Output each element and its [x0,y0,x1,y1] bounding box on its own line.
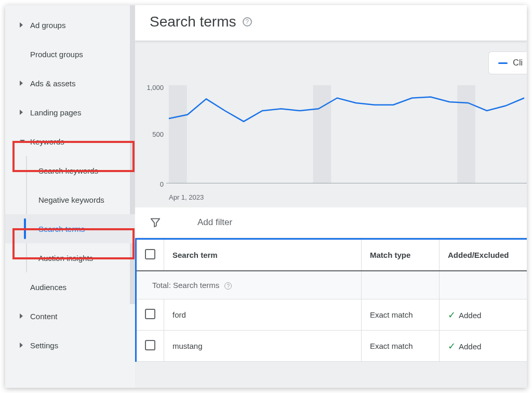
sidebar-item-ads-assets[interactable]: Ads & assets [5,69,135,98]
legend-clicks-button[interactable]: Cli [488,51,527,74]
legend-label: Cli [513,58,523,68]
sidebar-item-settings[interactable]: Settings [5,331,135,360]
table-total-row: Total: Search terms ? [137,271,527,299]
caret-right-icon [20,343,23,348]
sidebar-item-keywords[interactable]: Keywords [5,127,135,156]
caret-right-icon [20,81,23,86]
sidebar-item-search-terms[interactable]: Search terms [5,214,135,243]
sidebar-item-label: Content [30,312,58,321]
sidebar-item-landing-pages[interactable]: Landing pages [5,98,135,127]
chart-area: Cli 1,000 500 0 Apr 1, 2023 [135,41,527,207]
active-indicator [24,218,26,239]
page-title: Search terms [150,14,236,30]
sidebar-item-label: Ad groups [30,21,65,30]
table-row[interactable]: ford Exact match ✓Added [137,299,527,331]
legend-line-icon [498,62,508,64]
col-match-type[interactable]: Match type [362,240,440,271]
sidebar-item-ad-groups[interactable]: Ad groups [5,10,135,40]
svg-rect-1 [313,85,331,183]
sidebar-item-product-groups[interactable]: Product groups [5,40,135,69]
keywords-subgroup: Search keywords Negative keywords Search… [5,156,135,272]
cell-match: Exact match [362,299,440,331]
help-icon[interactable]: ? [224,282,232,290]
sidebar-item-negative-keywords[interactable]: Negative keywords [5,185,135,214]
col-search-term[interactable]: Search term [164,240,362,271]
row-checkbox[interactable] [145,309,155,319]
page-header: Search terms ? [135,5,527,41]
sidebar-item-search-keywords[interactable]: Search keywords [5,156,135,185]
sidebar-item-label: Product groups [30,50,83,59]
sidebar-item-label: Search keywords [38,166,98,175]
y-tick: 1,000 [143,84,164,91]
select-all-checkbox[interactable] [145,249,155,259]
help-icon[interactable]: ? [243,17,252,27]
caret-right-icon [20,110,23,115]
row-checkbox[interactable] [145,340,155,350]
total-label: Total: Search terms [152,281,219,290]
sidebar: Ad groups Product groups Ads & assets La… [5,5,135,388]
y-tick: 0 [143,180,164,188]
main-content: Search terms ? Cli 1,000 500 0 Apr 1, 20… [135,5,527,388]
table-row[interactable]: mustang Exact match ✓Added [137,331,527,362]
y-tick: 500 [143,130,164,138]
caret-right-icon [20,313,23,319]
table-header-row: Search term Match type Added/Excluded [137,240,527,271]
cell-status: ✓Added [440,299,527,331]
caret-right-icon [20,22,23,28]
add-filter-button[interactable]: Add filter [197,217,232,228]
check-icon: ✓ [448,341,456,351]
sidebar-item-label: Keywords [30,137,64,146]
search-terms-table: Search term Match type Added/Excluded To… [135,238,527,362]
cell-status: ✓Added [440,331,527,362]
sidebar-item-label: Audiences [30,283,66,292]
sidebar-item-label: Negative keywords [38,195,104,204]
line-chart [166,85,527,188]
sidebar-item-label: Settings [30,341,58,350]
cell-term: mustang [164,331,362,362]
sidebar-item-label: Auction insights [38,254,93,263]
col-added-excluded[interactable]: Added/Excluded [440,240,527,271]
sidebar-item-label: Search terms [38,225,85,233]
check-icon: ✓ [448,310,456,320]
sidebar-item-audiences[interactable]: Audiences [5,272,135,302]
cell-term: ford [164,299,362,331]
x-tick: Apr 1, 2023 [169,193,204,201]
svg-rect-0 [169,85,187,183]
svg-rect-2 [457,85,475,183]
cell-match: Exact match [362,331,440,362]
sidebar-item-auction-insights[interactable]: Auction insights [5,243,135,272]
filter-bar: Add filter [135,207,527,238]
sidebar-item-label: Landing pages [30,108,81,117]
sidebar-item-label: Ads & assets [30,79,76,88]
caret-down-icon [20,140,25,143]
sidebar-item-content[interactable]: Content [5,302,135,331]
filter-icon[interactable] [150,217,161,228]
